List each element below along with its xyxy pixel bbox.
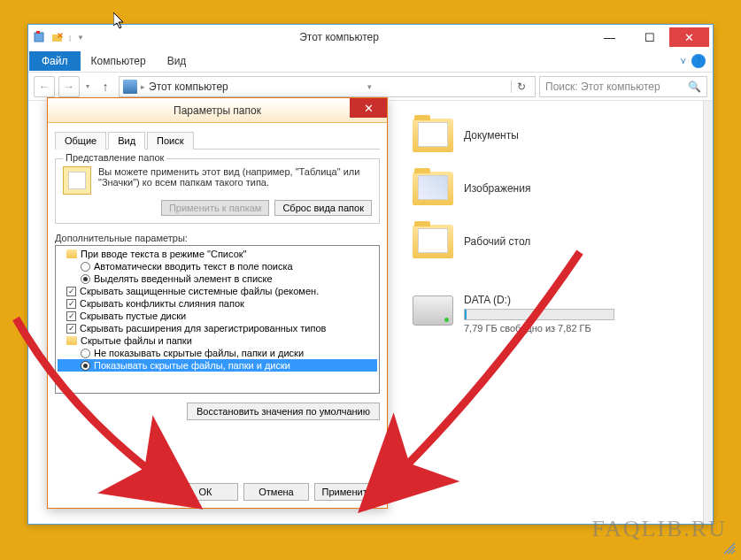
items-panel: Документы Изображения Рабочий стол DATA … [409, 115, 692, 337]
back-button[interactable]: ← [34, 76, 55, 97]
tree-group-list-mode: При вводе текста в режиме "Список" [58, 248, 377, 260]
search-placeholder: Поиск: Этот компьютер [545, 81, 660, 93]
tab-view[interactable]: Вид [108, 132, 145, 150]
tree-check-hide-empty[interactable]: ✓ Скрывать пустые диски [58, 310, 377, 322]
ribbon-tabs: Файл Компьютер Вид ⋎ ? [28, 50, 713, 73]
folder-label: Рабочий стол [464, 235, 530, 248]
tree-radio-auto-search[interactable]: Автоматически вводить текст в поле поиск… [58, 260, 377, 272]
folder-icon [413, 225, 453, 258]
radio-icon[interactable] [81, 361, 90, 371]
advanced-label: Дополнительные параметры: [55, 233, 380, 243]
file-tab[interactable]: Файл [29, 51, 81, 71]
folder-views-group: Представление папок Вы можете применить … [55, 158, 380, 224]
radio-icon[interactable] [81, 274, 90, 284]
tree-group-hidden-files: Скрытые файлы и папки [58, 334, 377, 347]
drive-d[interactable]: DATA (D:) 7,79 ГБ свободно из 7,82 ГБ [409, 290, 692, 337]
advanced-settings-tree[interactable]: При вводе текста в режиме "Список" Автом… [55, 245, 380, 394]
computer-icon [123, 80, 137, 94]
qat-separator: | [69, 34, 71, 42]
folder-pictures[interactable]: Изображения [409, 168, 692, 209]
dialog-close-button[interactable]: ✕ [350, 98, 387, 118]
folder-label: Документы [464, 129, 519, 142]
search-icon[interactable]: 🔍 [688, 81, 701, 93]
drive-free-text: 7,79 ГБ свободно из 7,82 ГБ [464, 323, 689, 334]
dialog-button-row: ОК Отмена Применить [55, 474, 380, 501]
watermark: FAQLIB.RU [591, 516, 727, 542]
window-title: Этот компьютер [89, 31, 590, 43]
tab-search[interactable]: Поиск [147, 132, 193, 150]
folder-icon [66, 335, 77, 346]
window-close-button[interactable]: ✕ [669, 27, 709, 47]
drive-icon [413, 295, 453, 326]
scrollbar-vertical[interactable] [703, 101, 713, 524]
address-bar[interactable]: ▸ Этот компьютер ▾ ↻ [119, 76, 536, 97]
svg-rect-0 [35, 33, 43, 42]
folder-desktop[interactable]: Рабочий стол [409, 221, 692, 262]
checkbox-icon[interactable]: ✓ [66, 287, 76, 296]
folder-icon [66, 249, 77, 259]
quick-access-toolbar: | ▼ [32, 29, 89, 45]
qat-dropdown-icon[interactable]: ▼ [73, 29, 89, 45]
forward-button[interactable]: → [58, 76, 80, 97]
up-button[interactable]: ↑ [96, 77, 115, 96]
folder-icon [413, 172, 453, 205]
apply-button[interactable]: Применить [314, 483, 380, 501]
history-dropdown[interactable]: ▾ [83, 82, 92, 90]
explorer-titlebar[interactable]: | ▼ Этот компьютер — ☐ ✕ [28, 25, 713, 50]
reset-folders-button[interactable]: Сброс вида папок [274, 200, 372, 216]
search-box[interactable]: Поиск: Этот компьютер 🔍 [539, 76, 707, 97]
apply-to-folders-button[interactable]: Применить к папкам [161, 200, 270, 216]
resize-grip-icon [723, 542, 736, 555]
folder-options-dialog: Параметры папок ✕ Общие Вид Поиск Предст… [47, 97, 388, 509]
expand-ribbon-icon[interactable]: ⋎ [680, 56, 686, 65]
new-folder-icon[interactable] [50, 29, 66, 45]
drive-info: DATA (D:) 7,79 ГБ свободно из 7,82 ГБ [464, 294, 689, 334]
properties-icon[interactable] [32, 29, 48, 45]
dialog-title: Параметры папок [174, 104, 261, 117]
folder-view-icon [63, 166, 91, 195]
computer-tab[interactable]: Компьютер [81, 51, 157, 71]
help-icon[interactable]: ? [691, 54, 706, 68]
group-title: Представление папок [63, 152, 166, 163]
folder-icon [413, 119, 453, 152]
folder-documents[interactable]: Документы [409, 115, 692, 156]
maximize-button[interactable]: ☐ [629, 27, 669, 47]
tab-general[interactable]: Общие [55, 132, 106, 150]
checkbox-icon[interactable]: ✓ [66, 311, 76, 321]
restore-defaults-button[interactable]: Восстановить значения по умолчанию [187, 403, 380, 420]
tree-radio-highlight[interactable]: Выделять введенный элемент в списке [58, 272, 377, 285]
cancel-button[interactable]: Отмена [243, 483, 309, 501]
dialog-titlebar[interactable]: Параметры папок ✕ [48, 98, 387, 123]
tree-radio-dont-show-hidden[interactable]: Не показывать скрытые файлы, папки и дис… [58, 347, 377, 359]
view-tab[interactable]: Вид [157, 51, 197, 71]
ribbon-right: ⋎ ? [680, 54, 713, 68]
chevron-down-icon[interactable]: ▾ [367, 82, 372, 91]
checkbox-icon[interactable]: ✓ [66, 299, 76, 309]
drive-name: DATA (D:) [464, 294, 689, 306]
group-description: Вы можете применить этот вид (например, … [98, 166, 372, 188]
checkbox-icon[interactable]: ✓ [66, 324, 76, 334]
radio-icon[interactable] [81, 262, 90, 272]
minimize-button[interactable]: — [590, 27, 629, 47]
refresh-button[interactable]: ↻ [511, 81, 531, 93]
window-controls: — ☐ ✕ [590, 27, 709, 47]
tree-radio-show-hidden[interactable]: Показывать скрытые файлы, папки и диски [58, 359, 377, 372]
ok-button[interactable]: ОК [173, 483, 238, 501]
dialog-tabs: Общие Вид Поиск [55, 132, 380, 150]
drive-capacity-bar [464, 309, 614, 320]
folder-label: Изображения [464, 182, 530, 195]
radio-icon[interactable] [81, 349, 90, 358]
svg-rect-1 [36, 31, 40, 34]
tree-check-hide-protected[interactable]: ✓ Скрывать защищенные системные файлы (р… [58, 285, 377, 297]
tree-check-hide-merge[interactable]: ✓ Скрывать конфликты слияния папок [58, 297, 377, 310]
tree-check-hide-ext[interactable]: ✓ Скрывать расширения для зарегистрирова… [58, 322, 377, 334]
chevron-right-icon[interactable]: ▸ [141, 82, 145, 91]
dialog-body: Общие Вид Поиск Представление папок Вы м… [48, 123, 387, 508]
address-text: Этот компьютер [149, 81, 228, 93]
